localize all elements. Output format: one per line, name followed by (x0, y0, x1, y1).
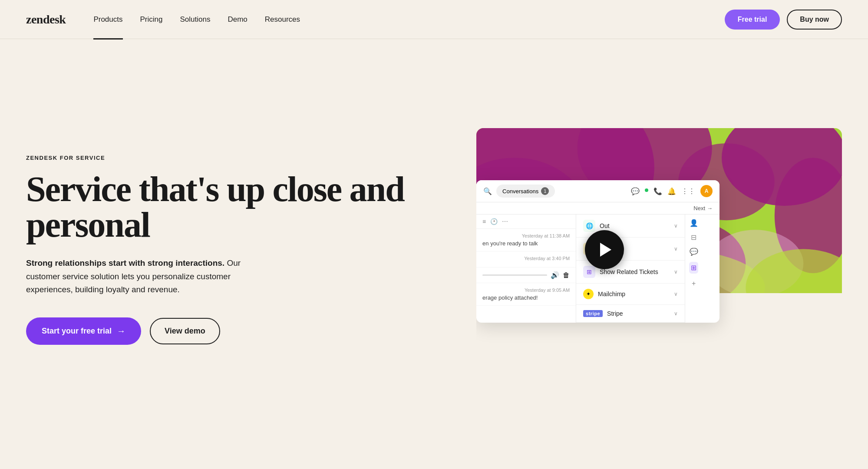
sidebar-item-label: Stripe (607, 310, 623, 317)
hero-title: Service that's up close and personal (26, 172, 450, 243)
hero-desc-strong: Strong relationships start with strong i… (26, 258, 224, 268)
app-subheader: Next → (476, 202, 719, 215)
hero-section: ZENDESK FOR SERVICE Service that's up cl… (0, 39, 868, 469)
app-sidebar-panel: 🌐 Out ∨ ⏱ Tim ∨ (576, 215, 685, 323)
navbar-right: Free trial Buy now (725, 10, 842, 30)
table-icon[interactable]: ⊟ (691, 233, 696, 241)
online-indicator (645, 188, 648, 192)
chevron-down-icon: ∨ (674, 246, 678, 252)
free-trial-button[interactable]: Free trial (725, 10, 780, 30)
app-list-header: ≡ 🕐 ⋯ (476, 215, 576, 229)
clock-icon[interactable]: 🕐 (490, 218, 498, 225)
list-item-time: Yesterday at 11:38 AM (482, 233, 570, 238)
list-item[interactable]: Yesterday at 3:40 PM (476, 251, 576, 268)
navbar: zendesk Products Pricing Solutions Demo … (0, 0, 868, 39)
logo[interactable]: zendesk (26, 13, 66, 26)
nav-links: Products Pricing Solutions Demo Resource… (86, 12, 307, 27)
start-trial-label: Start your free trial (42, 327, 112, 336)
stripe-icon: stripe (583, 310, 603, 317)
sidebar-item-label: Out (600, 222, 610, 229)
app-right-icons: 👤 ⊟ 💬 ⊞ + (685, 215, 702, 323)
navbar-left: zendesk Products Pricing Solutions Demo … (26, 12, 307, 27)
nav-link-solutions[interactable]: Solutions (173, 12, 217, 27)
buy-now-button[interactable]: Buy now (787, 10, 842, 30)
audio-item[interactable]: 🔊 🗑 (476, 268, 576, 283)
sidebar-item-left: ✦ Mailchimp (583, 289, 625, 299)
mailchimp-icon: ✦ (583, 289, 594, 299)
person-icon[interactable]: 👤 (690, 219, 698, 227)
chat-icon[interactable]: 💬 (631, 187, 640, 195)
nav-link-pricing[interactable]: Pricing (133, 12, 170, 27)
chevron-down-icon: ∨ (674, 291, 678, 297)
audio-progress-bar (482, 274, 547, 276)
view-demo-button[interactable]: View demo (150, 318, 220, 344)
list-item[interactable]: Yesterday at 9:05 AM erage policy attach… (476, 283, 576, 306)
volume-icon[interactable]: 🔊 (551, 271, 559, 279)
filter-icon[interactable]: ≡ (482, 218, 486, 225)
start-trial-button[interactable]: Start your free trial → (26, 317, 141, 345)
sidebar-item-left: stripe Stripe (583, 310, 623, 317)
hero-description: Strong relationships start with strong i… (26, 257, 252, 296)
hero-tag: ZENDESK FOR SERVICE (26, 155, 450, 161)
chevron-down-icon: ∨ (674, 223, 678, 229)
chat-bubble-icon[interactable]: 💬 (690, 248, 698, 256)
nav-link-resources[interactable]: Resources (258, 12, 307, 27)
hero-visual: 🔍 Conversations 1 💬 📞 🔔 ⋮⋮ A (476, 128, 842, 371)
play-triangle-icon (600, 243, 611, 257)
chevron-down-icon: ∨ (674, 310, 678, 317)
sidebar-item-left: ⊞ Show Related Tickets (583, 266, 658, 278)
next-button[interactable]: Next → (693, 205, 713, 211)
app-list-panel: ≡ 🕐 ⋯ Yesterday at 11:38 AM en you're re… (476, 215, 576, 323)
plus-icon[interactable]: + (692, 280, 696, 287)
grid-selected-icon[interactable]: ⊞ (689, 262, 698, 274)
hero-left: ZENDESK FOR SERVICE Service that's up cl… (26, 155, 450, 344)
play-button[interactable] (585, 230, 624, 269)
list-item-time: Yesterday at 9:05 AM (482, 287, 570, 293)
app-header-icons: 💬 📞 🔔 ⋮⋮ A (631, 185, 713, 197)
app-header: 🔍 Conversations 1 💬 📞 🔔 ⋮⋮ A (476, 180, 719, 202)
sidebar-item-label: Mailchimp (598, 291, 625, 297)
list-item-time: Yesterday at 3:40 PM (482, 256, 570, 261)
delete-icon[interactable]: 🗑 (563, 271, 570, 279)
sidebar-item-label: Show Related Tickets (600, 268, 658, 275)
conversations-badge: 1 (541, 187, 549, 195)
phone-icon[interactable]: 📞 (653, 187, 662, 195)
conversations-label: Conversations (502, 188, 538, 195)
conversations-tab[interactable]: Conversations 1 (496, 185, 555, 198)
tickets-icon: ⊞ (583, 266, 595, 278)
out-icon: 🌐 (583, 220, 595, 232)
hero-right: 🔍 Conversations 1 💬 📞 🔔 ⋮⋮ A (476, 128, 842, 371)
list-item-text: erage policy attached! (482, 294, 570, 301)
sidebar-item-mailchimp[interactable]: ✦ Mailchimp ∨ (576, 284, 685, 305)
sidebar-item-stripe[interactable]: stripe Stripe ∨ (576, 305, 685, 323)
bell-icon[interactable]: 🔔 (667, 187, 676, 195)
list-item-text: en you're ready to talk (482, 240, 570, 247)
arrow-icon: → (117, 326, 125, 336)
nav-link-products[interactable]: Products (86, 12, 129, 27)
nav-link-demo[interactable]: Demo (221, 12, 254, 27)
hero-buttons: Start your free trial → View demo (26, 317, 450, 345)
chevron-down-icon: ∨ (674, 269, 678, 275)
more-icon[interactable]: ⋯ (502, 218, 508, 225)
list-header-icons: ≡ 🕐 ⋯ (482, 218, 508, 225)
list-item[interactable]: Yesterday at 11:38 AM en you're ready to… (476, 229, 576, 251)
app-header-left: 🔍 Conversations 1 (483, 185, 555, 198)
next-label: Next (693, 205, 705, 211)
next-arrow-icon: → (707, 205, 713, 211)
user-avatar[interactable]: A (700, 185, 713, 197)
search-icon[interactable]: 🔍 (483, 187, 492, 195)
grid-icon[interactable]: ⋮⋮ (681, 187, 695, 195)
